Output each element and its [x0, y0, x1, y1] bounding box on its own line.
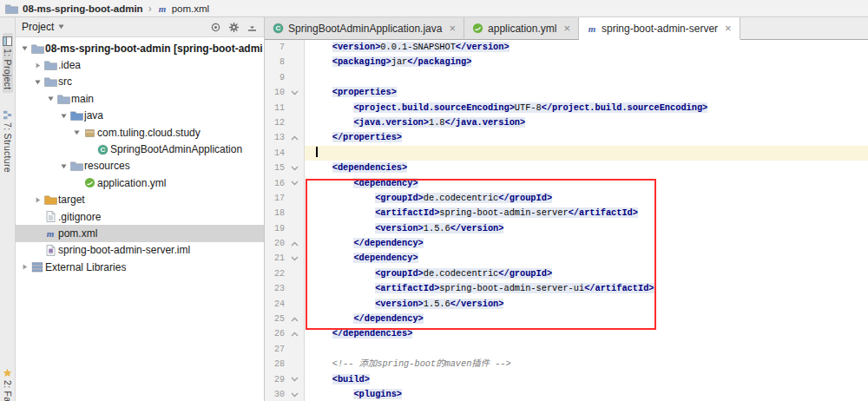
tool-window-button-structure[interactable]: 7: Structure [3, 107, 13, 176]
structure-tool-icon [3, 110, 12, 120]
tree-item-com-tuling-cloud-study[interactable]: com.tuling.cloud.study [16, 124, 264, 141]
code-line[interactable]: 12 <java.version>1.8</java.version> [265, 115, 868, 130]
hide-icon[interactable] [247, 22, 258, 33]
tree-item-main[interactable]: main [16, 90, 264, 107]
tool-window-button-project[interactable]: 1: Project [3, 33, 13, 93]
tree-item-08-ms-spring-boot-admin-spring-b[interactable]: 08-ms-spring-boot-admin [spring-boot-adm… [16, 40, 264, 56]
code-text[interactable] [305, 146, 868, 161]
code-text[interactable]: <plugins> [305, 387, 868, 401]
code-text[interactable]: </properties> [305, 130, 868, 145]
tree-item-idea[interactable]: .idea [16, 56, 264, 73]
tree-item-label: SpringBootAdminApplication [110, 143, 242, 155]
code-line[interactable]: 9 [265, 70, 868, 85]
project-folder-icon [30, 43, 45, 54]
breadcrumb-file[interactable]: pom.xml [172, 3, 209, 14]
code-text[interactable]: <version>0.0.1-SNAPSHOT</version> [305, 40, 868, 55]
fold-marker-icon[interactable] [285, 331, 304, 338]
gutter: 10 [265, 85, 305, 100]
code-text[interactable]: <java.version>1.8</java.version> [305, 115, 868, 130]
chevron-down-icon[interactable] [32, 78, 43, 86]
tree-item-target[interactable]: target [16, 192, 264, 208]
fold-marker-icon[interactable] [285, 240, 304, 247]
line-number: 26 [265, 326, 285, 341]
tree-item-spring-boot-admin-server-iml[interactable]: spring-boot-admin-server.iml [16, 242, 264, 259]
code-text[interactable]: <build> [305, 372, 868, 387]
tree-item-src[interactable]: src [16, 74, 264, 90]
tree-item-label: spring-boot-admin-server.iml [58, 244, 190, 256]
chevron-down-icon[interactable] [71, 128, 82, 136]
code-line[interactable]: 14 [265, 146, 868, 161]
tab-application-yml[interactable]: application.yml× [464, 17, 579, 40]
fold-marker-icon[interactable] [285, 180, 304, 187]
chevron-down-icon[interactable] [57, 21, 65, 33]
code-line[interactable]: 7 <version>0.0.1-SNAPSHOT</version> [265, 40, 868, 55]
xml-fragment: <plugins> [353, 389, 402, 399]
code-line[interactable]: 28 <!-- 添加spring-boot的maven插件 --> [265, 357, 868, 371]
tree-item-springbootadminapplication[interactable]: CSpringBootAdminApplication [16, 141, 264, 157]
chevron-down-icon[interactable] [19, 44, 30, 52]
code-line[interactable]: 10 <properties> [265, 85, 868, 100]
gutter: 19 [265, 221, 305, 236]
locate-icon[interactable] [210, 22, 221, 33]
fold-marker-icon[interactable] [285, 316, 304, 323]
code-text[interactable]: <dependencies> [305, 161, 868, 175]
xml-fragment: <java.version>1.8</java.version> [353, 117, 525, 128]
line-number: 29 [265, 372, 285, 387]
xml-tag: <version> [332, 42, 381, 52]
code-line[interactable]: 15 <dependencies> [265, 161, 868, 175]
gutter: 16 [265, 176, 305, 191]
close-icon[interactable]: × [563, 23, 570, 34]
code-text[interactable]: <project.build.sourceEncoding>UTF-8</pro… [305, 101, 868, 115]
tab-springbootadminapplication-java[interactable]: CSpringBootAdminApplication.java× [265, 17, 464, 40]
close-icon[interactable]: × [449, 23, 456, 34]
tool-window-button-favorites[interactable]: 2: Favorites [3, 365, 13, 401]
code-line[interactable]: 8 <packaging>jar</packaging> [265, 55, 868, 69]
tree-item-pom-xml[interactable]: mpom.xml [16, 225, 264, 241]
gutter: 30 [265, 387, 305, 401]
tree-item-java[interactable]: java [16, 108, 264, 124]
code-text[interactable]: <packaging>jar</packaging> [305, 55, 868, 69]
xml-tag: <build> [332, 374, 370, 385]
tree-item-external-libraries[interactable]: External Libraries [16, 259, 264, 275]
chevron-down-icon[interactable] [45, 95, 56, 102]
fold-marker-icon[interactable] [285, 89, 304, 96]
xml-tag: </properties> [332, 132, 402, 142]
fold-marker-icon[interactable] [285, 255, 304, 262]
code-line[interactable]: 30 <plugins> [265, 387, 868, 401]
xml-tag: <packaging> [332, 56, 391, 67]
chevron-right-icon[interactable] [32, 196, 43, 204]
resources-folder-icon [69, 161, 84, 171]
xml-fragment: </dependencies> [332, 328, 413, 339]
line-number: 18 [265, 206, 285, 220]
tree-item-application-yml[interactable]: application.yml [16, 174, 264, 191]
fold-marker-icon[interactable] [285, 376, 304, 383]
tree-item-resources[interactable]: resources [16, 158, 264, 174]
close-icon[interactable]: × [725, 23, 732, 34]
chevron-right-icon[interactable] [32, 62, 43, 69]
chevron-down-icon[interactable] [58, 112, 69, 120]
project-tree: 08-ms-spring-boot-admin [spring-boot-adm… [16, 37, 264, 401]
code-text[interactable]: <properties> [305, 85, 868, 100]
chevron-right-icon[interactable] [19, 263, 30, 271]
tab-spring-boot-admin-server[interactable]: mspring-boot-admin-server× [579, 17, 740, 40]
code-line[interactable]: 13 </properties> [265, 130, 868, 145]
gear-icon[interactable] [228, 22, 240, 33]
line-number: 30 [265, 387, 285, 401]
code-text[interactable]: <!-- 添加spring-boot的maven插件 --> [305, 357, 868, 371]
code-line[interactable]: 29 <build> [265, 372, 868, 387]
fold-marker-icon[interactable] [285, 391, 304, 398]
line-number: 27 [265, 342, 285, 357]
fold-marker-icon[interactable] [285, 135, 304, 141]
folder-icon [43, 76, 58, 87]
tree-item-gitignore[interactable]: .gitignore [16, 208, 264, 225]
line-number: 13 [265, 130, 285, 145]
code-text[interactable] [305, 342, 868, 357]
code-line[interactable]: 27 [265, 342, 868, 357]
code-text[interactable] [305, 70, 868, 85]
project-panel-title[interactable]: Project [22, 21, 54, 33]
fold-marker-icon[interactable] [285, 165, 304, 172]
tree-item-label: com.tuling.cloud.study [97, 127, 201, 139]
breadcrumb-project[interactable]: 08-ms-spring-boot-admin [23, 3, 143, 14]
code-line[interactable]: 11 <project.build.sourceEncoding>UTF-8</… [265, 101, 868, 115]
chevron-down-icon[interactable] [58, 162, 69, 170]
